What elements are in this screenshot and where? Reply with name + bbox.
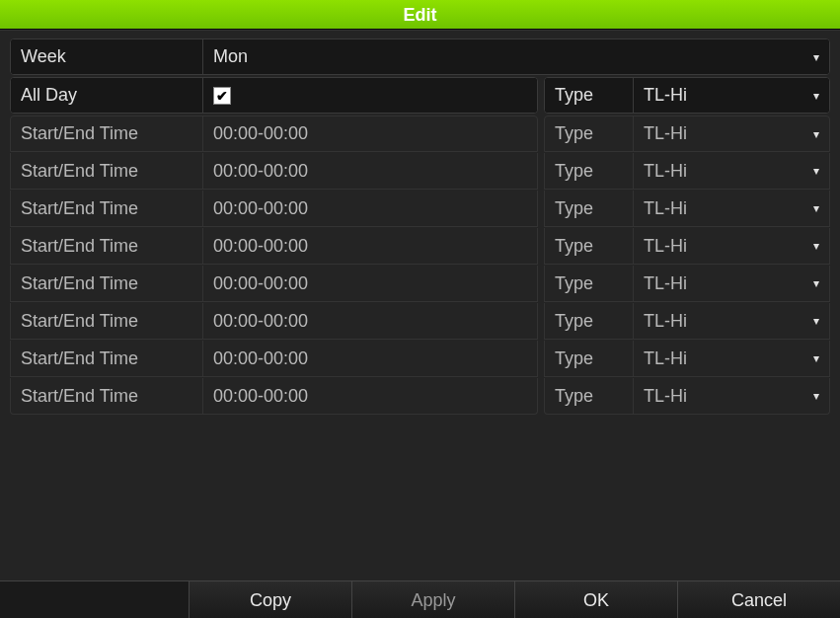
type-select[interactable]: TL-Hi ▾ <box>634 303 829 339</box>
type-label: Type <box>545 266 634 301</box>
time-row: Start/End Time 00:00-00:00 Type TL-Hi ▾ <box>10 303 830 341</box>
chevron-down-icon: ▾ <box>813 89 819 103</box>
type-label: Type <box>545 378 634 414</box>
type-select-active[interactable]: TL-Hi ▾ <box>634 78 829 113</box>
time-row: Start/End Time 00:00-00:00 Type TL-Hi ▾ <box>10 341 830 378</box>
type-label: Type <box>545 341 634 376</box>
time-row: Start/End Time 00:00-00:00 Type TL-Hi ▾ <box>10 266 830 303</box>
allday-checkbox-cell <box>203 78 537 113</box>
type-select[interactable]: TL-Hi ▾ <box>634 116 829 151</box>
type-select[interactable]: TL-Hi ▾ <box>634 228 829 264</box>
dialog-footer: Copy Apply OK Cancel <box>0 580 840 618</box>
time-range-field[interactable]: 00:00-00:00 <box>203 191 537 226</box>
time-range-field[interactable]: 00:00-00:00 <box>203 266 537 301</box>
time-row: Start/End Time 00:00-00:00 Type TL-Hi ▾ <box>10 116 830 153</box>
time-row: Start/End Time 00:00-00:00 Type TL-Hi ▾ <box>10 191 830 228</box>
type-value: TL-Hi <box>644 123 687 144</box>
time-range-field[interactable]: 00:00-00:00 <box>203 116 537 151</box>
type-select[interactable]: TL-Hi ▾ <box>634 153 829 189</box>
chevron-down-icon: ▾ <box>813 201 819 215</box>
type-value: TL-Hi <box>644 236 687 257</box>
time-row: Start/End Time 00:00-00:00 Type TL-Hi ▾ <box>10 378 830 416</box>
time-rows-list: Start/End Time 00:00-00:00 Type TL-Hi ▾ … <box>10 116 830 416</box>
time-row-label: Start/End Time <box>11 191 203 226</box>
type-value-active: TL-Hi <box>644 85 687 106</box>
allday-checkbox[interactable] <box>213 87 231 105</box>
chevron-down-icon: ▾ <box>813 239 819 253</box>
chevron-down-icon: ▾ <box>813 50 819 64</box>
week-select[interactable]: Mon ▾ <box>203 39 829 74</box>
chevron-down-icon: ▾ <box>813 314 819 328</box>
type-select[interactable]: TL-Hi ▾ <box>634 266 829 301</box>
week-label: Week <box>11 39 203 74</box>
time-row-label: Start/End Time <box>11 341 203 376</box>
chevron-down-icon: ▾ <box>813 389 819 403</box>
time-range-field[interactable]: 00:00-00:00 <box>203 378 537 414</box>
type-label: Type <box>545 303 634 339</box>
time-range-field[interactable]: 00:00-00:00 <box>203 228 537 264</box>
type-value: TL-Hi <box>644 348 687 369</box>
week-value: Mon <box>213 46 248 67</box>
type-value: TL-Hi <box>644 161 687 182</box>
dialog-content: Week Mon ▾ All Day Type TL-Hi ▾ Start/En… <box>0 30 840 580</box>
type-label: Type <box>545 228 634 264</box>
copy-button[interactable]: Copy <box>189 581 351 618</box>
week-row: Week Mon ▾ <box>10 39 830 75</box>
time-row-label: Start/End Time <box>11 153 203 189</box>
time-row-label: Start/End Time <box>11 378 203 414</box>
chevron-down-icon: ▾ <box>813 276 819 290</box>
type-label: Type <box>545 116 634 151</box>
cancel-button[interactable]: Cancel <box>677 581 840 618</box>
type-label-active: Type <box>545 78 634 113</box>
chevron-down-icon: ▾ <box>813 164 819 178</box>
type-value: TL-Hi <box>644 386 687 407</box>
time-row-label: Start/End Time <box>11 303 203 339</box>
chevron-down-icon: ▾ <box>813 127 819 141</box>
apply-button[interactable]: Apply <box>351 581 514 618</box>
allday-label: All Day <box>11 78 203 113</box>
type-label: Type <box>545 191 634 226</box>
type-value: TL-Hi <box>644 311 687 332</box>
chevron-down-icon: ▾ <box>813 351 819 365</box>
time-range-field[interactable]: 00:00-00:00 <box>203 153 537 189</box>
type-select[interactable]: TL-Hi ▾ <box>634 378 829 414</box>
time-row: Start/End Time 00:00-00:00 Type TL-Hi ▾ <box>10 228 830 266</box>
ok-button[interactable]: OK <box>514 581 677 618</box>
type-value: TL-Hi <box>644 273 687 294</box>
type-value: TL-Hi <box>644 198 687 219</box>
time-row: Start/End Time 00:00-00:00 Type TL-Hi ▾ <box>10 153 830 191</box>
time-row-label: Start/End Time <box>11 116 203 151</box>
time-row-label: Start/End Time <box>11 266 203 301</box>
type-select[interactable]: TL-Hi ▾ <box>634 191 829 226</box>
type-label: Type <box>545 153 634 189</box>
time-row-label: Start/End Time <box>11 228 203 264</box>
time-range-field[interactable]: 00:00-00:00 <box>203 303 537 339</box>
type-select[interactable]: TL-Hi ▾ <box>634 341 829 376</box>
dialog-title: Edit <box>0 0 840 30</box>
time-range-field[interactable]: 00:00-00:00 <box>203 341 537 376</box>
